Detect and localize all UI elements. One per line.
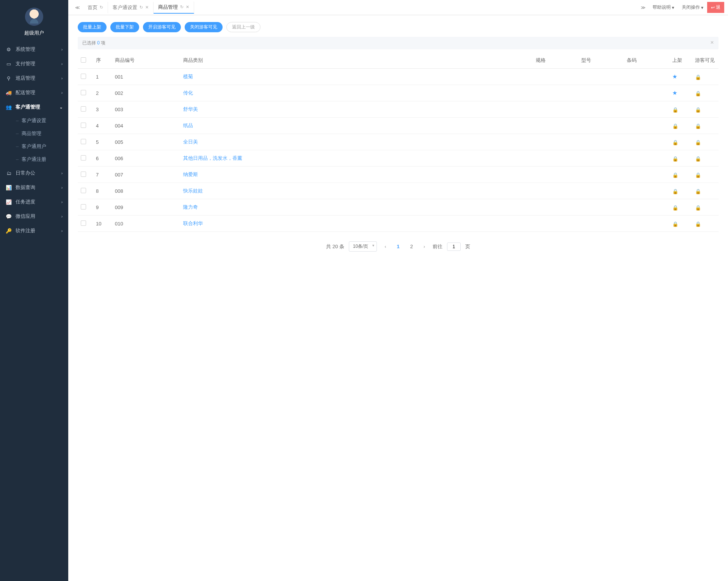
row-checkbox[interactable] [81,139,86,144]
row-checkbox[interactable] [81,172,86,177]
lock-icon[interactable] [672,204,678,211]
chevron-right-icon: › [61,229,63,233]
lock-icon[interactable] [695,155,701,162]
sidebar-item-delivery[interactable]: 🚚配送管理› [0,85,68,100]
tab-label: 首页 [88,4,97,11]
lock-icon[interactable] [672,188,678,194]
batch-on-button[interactable]: 批量上架 [78,22,107,32]
page-next-icon[interactable]: › [420,242,428,251]
sidebar-item-office[interactable]: 🗂日常办公› [0,166,68,180]
pagesize-select[interactable]: 10条/页 [349,241,377,252]
tab-customer-settings[interactable]: 客户通设置↻✕ [108,2,154,13]
row-checkbox[interactable] [81,204,86,209]
sidebar-item-register[interactable]: 🔑软件注册› [0,224,68,238]
back-button[interactable]: 返回上一级 [226,22,260,32]
open-guest-button[interactable]: 开启游客可见 [143,22,181,32]
table-row: 9009隆力奇 [78,199,719,216]
star-icon[interactable] [672,73,677,80]
close-icon[interactable]: ✕ [710,40,714,45]
row-checkbox[interactable] [81,188,86,193]
submenu-customer-settings[interactable]: 客户通设置 [0,114,68,127]
chevron-right-icon: › [61,76,63,80]
chevron-right-icon: › [61,186,63,190]
row-checkbox[interactable] [81,74,86,79]
tab-home[interactable]: 首页↻ [83,2,108,13]
batch-off-button[interactable]: 批量下架 [110,22,139,32]
category-link[interactable]: 纳爱斯 [183,172,198,177]
refresh-icon[interactable]: ↻ [140,5,143,10]
lock-icon[interactable] [695,188,701,194]
submenu-label: 客户通设置 [22,117,46,124]
category-link[interactable]: 榄菊 [183,74,193,79]
sidebar-submenu: 客户通设置 商品管理 客户通用户 客户通注册 [0,114,68,166]
sidebar: 超级用户 ⚙系统管理› ▭支付管理› ⚲巡店管理› 🚚配送管理› 👥客户通管理⌄… [0,0,68,261]
category-link[interactable]: 联合利华 [183,220,203,226]
close-icon[interactable]: ✕ [186,5,189,9]
gear-icon: ⚙ [6,46,12,52]
sidebar-item-store[interactable]: ⚲巡店管理› [0,71,68,85]
lock-icon[interactable] [695,74,701,80]
category-link[interactable]: 全日美 [183,139,198,145]
star-icon[interactable] [672,90,677,96]
submenu-label: 商品管理 [22,130,41,137]
close-icon[interactable]: ✕ [145,5,149,10]
help-button[interactable]: 帮助说明▾ [649,2,678,13]
lock-icon[interactable] [672,220,678,227]
refresh-icon[interactable]: ↻ [180,5,184,9]
lock-icon[interactable] [695,90,701,96]
lock-icon[interactable] [695,204,701,211]
sidebar-item-customer[interactable]: 👥客户通管理⌄ [0,100,68,114]
refresh-icon[interactable]: ↻ [100,5,103,10]
sidebar-item-label: 任务进度 [16,198,35,205]
row-checkbox[interactable] [81,90,86,95]
lock-icon[interactable] [695,220,701,227]
lock-icon[interactable] [695,106,701,113]
category-link[interactable]: 其他日用品，洗发水，香薰 [183,155,242,161]
page-prev-icon[interactable]: ‹ [381,242,389,251]
tab-product-manage[interactable]: 商品管理↻✕ [154,2,194,14]
sidebar-item-query[interactable]: 📊数据查询› [0,180,68,195]
goto-input[interactable] [447,242,461,251]
sidebar-item-task[interactable]: 📈任务进度› [0,195,68,209]
tabs-prev-icon[interactable]: ≪ [72,3,83,12]
logout-button[interactable]: ↩退 [707,2,724,13]
tab-label: 商品管理 [158,4,178,11]
row-checkbox[interactable] [81,155,86,161]
category-link[interactable]: 纸品 [183,123,193,128]
cell-seq: 6 [93,150,112,167]
cell-code: 002 [112,85,180,101]
sidebar-menu: ⚙系统管理› ▭支付管理› ⚲巡店管理› 🚚配送管理› 👥客户通管理⌄ 客户通设… [0,42,68,238]
tabs-next-icon[interactable]: ≫ [638,3,649,12]
chevron-right-icon: › [61,200,63,204]
submenu-product-manage[interactable]: 商品管理 [0,127,68,140]
tab-label: 客户通设置 [113,4,137,11]
lock-icon[interactable] [672,106,678,113]
category-link[interactable]: 传化 [183,90,193,96]
close-guest-button[interactable]: 关闭游客可见 [185,22,223,32]
submenu-customer-register[interactable]: 客户通注册 [0,153,68,166]
lock-icon[interactable] [695,123,701,129]
lock-icon[interactable] [672,172,678,178]
progress-icon: 📈 [6,199,12,205]
cell-code: 001 [112,69,180,85]
sidebar-item-wechat[interactable]: 💬微信应用› [0,209,68,224]
close-ops-button[interactable]: 关闭操作▾ [678,2,707,13]
page-1[interactable]: 1 [394,242,402,251]
lock-icon[interactable] [672,139,678,145]
category-link[interactable]: 快乐娃娃 [183,188,203,194]
cell-seq: 10 [93,216,112,232]
row-checkbox[interactable] [81,220,86,226]
lock-icon[interactable] [695,139,701,145]
lock-icon[interactable] [672,155,678,162]
category-link[interactable]: 隆力奇 [183,204,198,210]
category-link[interactable]: 舒华美 [183,106,198,112]
select-all-checkbox[interactable] [81,57,86,63]
lock-icon[interactable] [695,172,701,178]
sidebar-item-system[interactable]: ⚙系统管理› [0,42,68,57]
sidebar-item-pay[interactable]: ▭支付管理› [0,57,68,71]
row-checkbox[interactable] [81,123,86,128]
submenu-customer-user[interactable]: 客户通用户 [0,140,68,153]
lock-icon[interactable] [672,123,678,129]
page-2[interactable]: 2 [407,242,416,251]
row-checkbox[interactable] [81,106,86,112]
